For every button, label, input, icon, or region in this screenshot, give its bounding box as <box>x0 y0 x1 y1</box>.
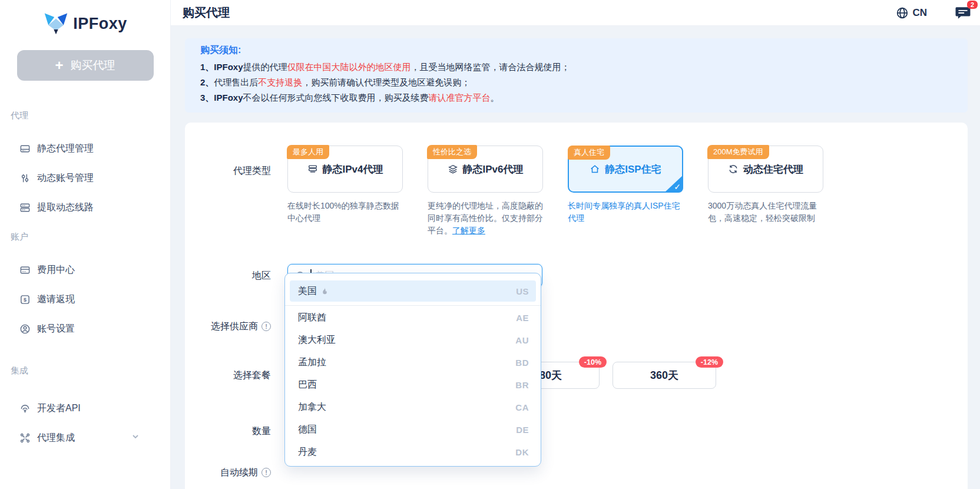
chevron-down-icon[interactable] <box>131 432 140 443</box>
dropdown-item-de[interactable]: 德国 DE <box>285 418 541 441</box>
country-name: 孟加拉 <box>298 356 326 369</box>
card-static-ipv4: 最多人用 静态IPv4代理 在线时长100%的独享静态数据中心代理 <box>287 146 403 237</box>
sidebar-item-dynamic-account[interactable]: 动态账号管理 <box>0 163 170 193</box>
sidebar-nav: 代理 静态代理管理 动态账号管理 <box>0 110 170 452</box>
notice-line-1: 1、IPFoxy提供的代理仅限在中国大陆以外的地区使用，且受当地网络监管，请合法… <box>200 60 952 75</box>
notice-num: 2、 <box>200 77 214 87</box>
sidebar-item-label: 邀请返现 <box>37 293 75 306</box>
sidebar-item-label: 提取动态线路 <box>37 201 94 214</box>
sidebar-item-label: 静态代理管理 <box>37 143 94 155</box>
package-label-text: 360天 <box>650 368 678 382</box>
card-desc: 在线时长100%的独享静态数据中心代理 <box>287 200 403 224</box>
dropdown-item-au[interactable]: 澳大利亚 AU <box>285 329 541 351</box>
layers-icon <box>448 164 458 174</box>
notice-text: 提供的代理 <box>243 62 287 72</box>
sidebar-item-extract-lines[interactable]: 提取动态线路 <box>0 193 170 222</box>
dropdown-item-bd[interactable]: 孟加拉 BD <box>285 351 541 374</box>
card-desc: 3000万动态真人住宅代理流量包，高速稳定，轻松突破限制 <box>708 200 823 224</box>
purchase-notice: 购买须知: 1、IPFoxy提供的代理仅限在中国大陆以外的地区使用，且受当地网络… <box>185 38 968 113</box>
sidebar: IPFoxy + 购买代理 代理 静态代理管理 <box>0 0 171 489</box>
country-name: 阿联酋 <box>298 312 326 324</box>
card-title: 静态IPv6代理 <box>463 163 524 176</box>
svg-text:$: $ <box>24 296 27 302</box>
datacenter-icon <box>307 164 318 174</box>
card-dynamic-residential: 200M免费试用 动态住宅代理 3000万动态真人住宅代理流量包，高速稳定，轻松… <box>708 146 823 237</box>
api-signal-icon <box>19 403 31 414</box>
discount-badge: -12% <box>696 356 723 368</box>
notice-line-3: 3、IPFoxy不会以任何形式向您线下收取费用，购买及续费请认准官方平台。 <box>200 90 952 105</box>
server-icon <box>19 202 31 213</box>
card-static-isp-button[interactable]: 真人住宅 静态ISP住宅 ✓ <box>568 146 683 193</box>
country-code: BR <box>515 380 529 390</box>
dropdown-item-br[interactable]: 巴西 BR <box>285 374 541 396</box>
home-icon <box>590 164 600 174</box>
dropdown-item-ae[interactable]: 阿联酋 AE <box>285 306 541 329</box>
notice-num: 1、 <box>200 62 214 72</box>
divider <box>285 305 541 306</box>
notification-badge: 2 <box>967 1 978 9</box>
hot-flame-icon <box>320 287 329 296</box>
notice-title: 购买须知: <box>200 44 952 57</box>
card-badge: 200M免费试用 <box>707 145 769 159</box>
sidebar-item-billing[interactable]: 费用中心 <box>0 255 170 285</box>
nav-section-proxy: 代理 <box>11 110 170 122</box>
sidebar-item-label: 动态账号管理 <box>37 172 94 184</box>
topbar: 购买代理 CN 2 <box>171 0 980 26</box>
country-code: CA <box>515 402 529 412</box>
page-title: 购买代理 <box>183 5 230 21</box>
notice-highlight: 请认准官方平台 <box>429 92 491 103</box>
sliders-icon <box>19 173 31 184</box>
card-desc: 长时间专属独享的真人ISP住宅代理 <box>568 200 683 224</box>
globe-icon <box>896 6 909 19</box>
language-switcher[interactable]: CN <box>896 6 927 19</box>
card-static-ipv4-button[interactable]: 最多人用 静态IPv4代理 <box>287 146 403 193</box>
country-code: AU <box>515 335 529 345</box>
notice-text: 。 <box>491 92 499 103</box>
sidebar-item-proxy-integration[interactable]: 代理集成 <box>0 423 170 452</box>
sidebar-item-developer-api[interactable]: 开发者API <box>0 394 170 423</box>
learn-more-link[interactable]: 了解更多 <box>452 226 485 235</box>
logo: IPFoxy <box>0 6 170 41</box>
discount-badge: -10% <box>579 356 607 368</box>
drive-icon <box>19 143 31 154</box>
country-name: 美国 <box>298 285 317 298</box>
sidebar-item-label: 开发者API <box>37 402 81 415</box>
nav-section-account: 账户 <box>11 232 170 243</box>
content: 购买须知: 1、IPFoxy提供的代理仅限在中国大陆以外的地区使用，且受当地网络… <box>171 26 980 489</box>
country-name: 德国 <box>298 424 317 436</box>
integration-nodes-icon <box>19 432 31 444</box>
country-name: 澳大利亚 <box>298 334 336 346</box>
proxy-type-label: 代理类型 <box>185 146 271 177</box>
country-code: DE <box>516 425 529 435</box>
sidebar-item-static-proxy[interactable]: 静态代理管理 <box>0 134 170 163</box>
dollar-icon: $ <box>19 294 31 305</box>
country-code: US <box>516 286 529 296</box>
card-title: 静态IPv4代理 <box>323 163 383 176</box>
dropdown-item-dk[interactable]: 丹麦 DK <box>285 441 541 463</box>
auto-renew-label: 自动续期 <box>220 467 258 479</box>
card-dynamic-residential-button[interactable]: 200M免费试用 动态住宅代理 <box>708 146 823 193</box>
dropdown-item-ca[interactable]: 加拿大 CA <box>285 396 541 418</box>
buy-proxy-button[interactable]: + 购买代理 <box>17 50 154 81</box>
dropdown-item-us[interactable]: 美国 US <box>290 280 536 302</box>
sidebar-item-invite-cashback[interactable]: $ 邀请返现 <box>0 285 170 314</box>
language-label: CN <box>912 7 927 19</box>
brand-text: IPFoxy <box>214 92 243 103</box>
messages-button[interactable]: 2 <box>954 5 972 21</box>
card-badge: 真人住宅 <box>568 146 610 160</box>
card-static-ipv6-button[interactable]: 性价比之选 静态IPv6代理 <box>428 146 543 193</box>
notice-highlight: 仅限在中国大陆以外的地区使用 <box>287 62 411 72</box>
country-code: BD <box>515 358 529 368</box>
notice-line-2: 2、代理售出后不支持退换，购买前请确认代理类型及地区避免误购； <box>200 75 952 90</box>
notice-text: 不会以任何形式向您线下收取费用，购买及续费 <box>243 92 429 103</box>
plus-icon: + <box>55 58 63 72</box>
notice-text: ，且受当地网络监管，请合法合规使用； <box>411 62 570 72</box>
notice-text: ，购买前请确认代理类型及地区避免误购； <box>302 77 470 87</box>
brand-text: IPFoxy <box>214 62 243 72</box>
sidebar-item-account-settings[interactable]: 账号设置 <box>0 314 170 343</box>
buy-proxy-button-label: 购买代理 <box>71 58 115 73</box>
check-icon: ✓ <box>674 182 681 191</box>
card-desc-text: 更纯净的代理地址，高度隐蔽的同时享有高性价比。仅支持部分平台。 <box>428 201 543 235</box>
package-360d-button[interactable]: 360天 -12% <box>612 362 716 389</box>
info-icon: ! <box>261 468 271 477</box>
